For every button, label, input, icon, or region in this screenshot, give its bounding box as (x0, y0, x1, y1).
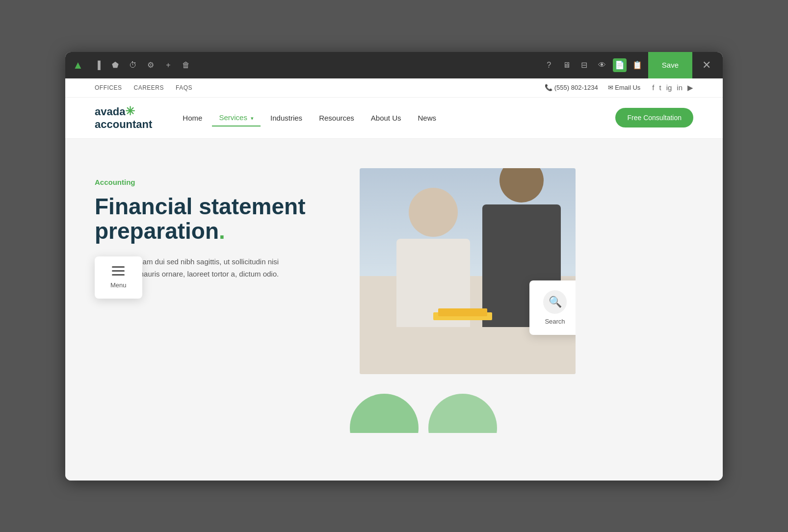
settings-icon[interactable]: ⚙ (144, 58, 158, 72)
preview-icon[interactable]: 👁 (595, 58, 609, 72)
services-dropdown-arrow: ▾ (251, 115, 254, 121)
contact-info: 📞 (555) 802-1234 ✉ Email Us (545, 84, 640, 91)
social-links: f t ig in ▶ (652, 83, 693, 92)
desktop-icon[interactable]: 🖥 (560, 58, 574, 72)
nav-industries[interactable]: Industries (263, 110, 309, 126)
copy-icon[interactable]: 📋 (630, 58, 644, 72)
hero-section: Menu Accounting Financial statement prep… (65, 139, 723, 394)
nav-services[interactable]: Services ▾ (212, 109, 261, 127)
responsive-icon[interactable]: ⊟ (578, 58, 591, 72)
sidebar-toggle-icon[interactable]: ▐ (91, 58, 105, 72)
person-seated (394, 188, 473, 325)
circle-decoration-1 (350, 394, 419, 433)
top-bar-links: OFFICES CAREERS FAQS (95, 84, 192, 91)
nav-about[interactable]: About Us (364, 110, 408, 126)
hero-title: Financial statement preparation. (95, 194, 340, 244)
logo-star-icon: ✳ (125, 104, 135, 118)
faqs-link[interactable]: FAQS (176, 84, 192, 91)
nav-home[interactable]: Home (176, 110, 209, 126)
title-dot: . (219, 218, 225, 244)
paper-2 (438, 308, 487, 316)
instagram-icon[interactable]: ig (666, 83, 672, 92)
hero-category-label: Accounting (95, 178, 340, 186)
phone-number: 📞 (555) 802-1234 (545, 84, 598, 91)
page-content: OFFICES CAREERS FAQS 📞 (555) 802-1234 ✉ … (65, 78, 723, 481)
delete-icon[interactable]: 🗑 (179, 58, 193, 72)
browser-toolbar: ▲ ▐ ⬟ ⏱ ⚙ + 🗑 ? 🖥 ⊟ 👁 📄 📋 Save ✕ (65, 52, 723, 78)
logo: avada✳ accountant (95, 104, 152, 131)
menu-widget[interactable]: Menu (95, 256, 142, 299)
offices-link[interactable]: OFFICES (95, 84, 122, 91)
hero-image: 🔍 Search (360, 168, 576, 374)
menu-label: Menu (110, 281, 127, 289)
search-widget[interactable]: 🔍 Search (529, 280, 576, 335)
help-icon[interactable]: ? (542, 58, 556, 72)
layers-icon[interactable]: ⬟ (108, 58, 122, 72)
save-button[interactable]: Save (648, 52, 692, 78)
top-bar: OFFICES CAREERS FAQS 📞 (555) 802-1234 ✉ … (65, 78, 723, 98)
youtube-icon[interactable]: ▶ (687, 83, 693, 92)
careers-link[interactable]: CAREERS (134, 84, 164, 91)
nav-resources[interactable]: Resources (312, 110, 361, 126)
main-navigation: avada✳ accountant Home Services ▾ Indust… (65, 98, 723, 139)
email-link[interactable]: ✉ Email Us (608, 84, 641, 91)
bottom-decoration (65, 394, 723, 433)
page-icon[interactable]: 📄 (613, 58, 627, 72)
twitter-icon[interactable]: t (659, 83, 661, 92)
add-icon[interactable]: + (161, 58, 175, 72)
search-icon: 🔍 (543, 290, 567, 314)
linkedin-icon[interactable]: in (677, 83, 683, 92)
close-button[interactable]: ✕ (696, 52, 717, 78)
app-logo-icon[interactable]: ▲ (71, 58, 85, 72)
circle-decoration-2 (428, 394, 497, 433)
nav-links: Home Services ▾ Industries Resources Abo… (176, 108, 693, 127)
logo-text: avada✳ accountant (95, 104, 152, 131)
history-icon[interactable]: ⏱ (126, 58, 140, 72)
hero-image-inner (360, 168, 576, 374)
facebook-icon[interactable]: f (652, 83, 654, 92)
search-label: Search (545, 318, 565, 325)
hamburger-icon (112, 266, 125, 276)
nav-news[interactable]: News (411, 110, 444, 126)
free-consultation-button[interactable]: Free Consultation (615, 108, 693, 127)
